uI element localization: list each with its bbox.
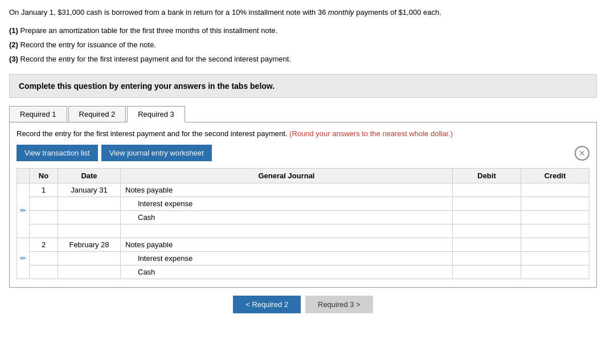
intro-italic: monthly xyxy=(328,8,354,17)
row-credit-2b[interactable] xyxy=(521,252,589,265)
table-row: Interest expense xyxy=(17,197,589,211)
row-debit-2b[interactable] xyxy=(453,252,521,265)
instruction-1: (1) Prepare an amortization table for th… xyxy=(9,24,597,37)
journal-col-header: General Journal xyxy=(121,169,453,183)
row-date-1b xyxy=(58,197,121,211)
row-journal-2b[interactable]: Interest expense xyxy=(121,252,453,265)
row-debit-1c[interactable] xyxy=(453,211,521,224)
prev-required2-button[interactable]: < Required 2 xyxy=(233,296,301,313)
row-date-2: February 28 xyxy=(58,238,121,252)
debit-col-header: Debit xyxy=(453,169,521,183)
row-journal-2c[interactable]: Cash xyxy=(121,265,453,279)
tab-required2[interactable]: Required 2 xyxy=(68,106,126,122)
edit-cell-2[interactable]: ✏ xyxy=(17,238,30,279)
row-credit-1c[interactable] xyxy=(521,211,589,224)
edit-icon-2[interactable]: ✏ xyxy=(20,254,26,263)
view-journal-button[interactable]: View journal entry worksheet xyxy=(101,145,212,161)
complete-box: Complete this question by entering your … xyxy=(9,74,597,98)
table-row: Cash xyxy=(17,211,589,224)
table-row: Interest expense xyxy=(17,252,589,265)
no-col-header: No xyxy=(30,169,58,183)
view-transaction-button[interactable]: View transaction list xyxy=(17,145,98,161)
instruction-2: (2) Record the entry for issuance of the… xyxy=(9,38,597,51)
row-journal-1c[interactable]: Cash xyxy=(121,211,453,224)
row-debit-2a[interactable] xyxy=(453,238,521,252)
credit-col-header: Credit xyxy=(521,169,589,183)
row-no-1b xyxy=(30,197,58,211)
row-date-1: January 31 xyxy=(58,183,121,197)
complete-box-text: Complete this question by entering your … xyxy=(19,81,275,91)
table-row-spacer-1 xyxy=(17,224,589,238)
row-credit-1b[interactable] xyxy=(521,197,589,211)
tabs-container: Required 1 Required 2 Required 3 xyxy=(9,106,597,122)
table-row: Cash xyxy=(17,265,589,279)
next-required3-button[interactable]: Required 3 > xyxy=(305,296,373,313)
row-no-1: 1 xyxy=(30,183,58,197)
tab-required1[interactable]: Required 1 xyxy=(9,106,67,122)
tab-required3[interactable]: Required 3 xyxy=(127,106,185,122)
intro-text-after: payments of $1,000 each. xyxy=(354,8,441,17)
journal-table: No Date General Journal Debit Credit xyxy=(17,168,589,279)
row-journal-2a[interactable]: Notes payable xyxy=(121,238,453,252)
close-button[interactable]: ✕ xyxy=(575,146,589,161)
edit-icon-1[interactable]: ✏ xyxy=(20,206,26,215)
table-row: ✏ 1 January 31 Notes payable xyxy=(17,183,589,197)
tab-content-required3: Record the entry for the first interest … xyxy=(9,122,597,288)
row-credit-2c[interactable] xyxy=(521,265,589,279)
orange-note: (Round your answers to the nearest whole… xyxy=(289,129,453,138)
intro-paragraph: On January 1, $31,000 cash is borrowed f… xyxy=(9,7,597,18)
intro-text-before: On January 1, $31,000 cash is borrowed f… xyxy=(9,8,328,17)
row-journal-1b[interactable]: Interest expense xyxy=(121,197,453,211)
row-debit-1a[interactable] xyxy=(453,183,521,197)
record-instruction: Record the entry for the first interest … xyxy=(17,128,589,140)
row-credit-1a[interactable] xyxy=(521,183,589,197)
edit-cell-1[interactable]: ✏ xyxy=(17,183,30,238)
row-debit-2c[interactable] xyxy=(453,265,521,279)
row-journal-1a[interactable]: Notes payable xyxy=(121,183,453,197)
row-credit-2a[interactable] xyxy=(521,238,589,252)
bottom-nav: < Required 2 Required 3 > xyxy=(9,296,597,313)
action-buttons: View transaction list View journal entry… xyxy=(17,145,589,161)
no-col-header xyxy=(17,169,30,183)
row-debit-1b[interactable] xyxy=(453,197,521,211)
instruction-3: (3) Record the entry for the first inter… xyxy=(9,52,597,66)
row-no-2: 2 xyxy=(30,238,58,252)
date-col-header: Date xyxy=(58,169,121,183)
table-row: ✏ 2 February 28 Notes payable xyxy=(17,238,589,252)
instructions-block: (1) Prepare an amortization table for th… xyxy=(9,24,597,66)
